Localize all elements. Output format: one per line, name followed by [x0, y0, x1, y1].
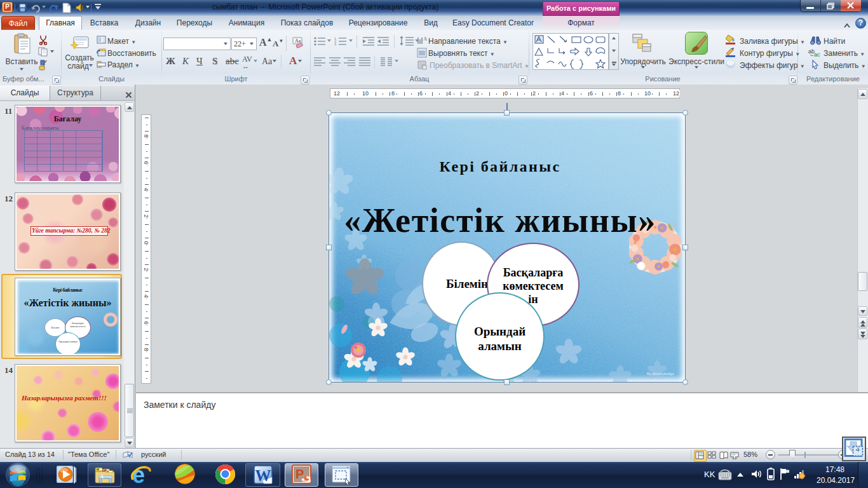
svg-text:Аа: Аа — [295, 38, 301, 44]
svg-text:3: 3 — [334, 43, 337, 46]
svg-text:W: W — [255, 467, 271, 484]
svg-text:ac: ac — [814, 51, 820, 57]
svg-text:А: А — [423, 36, 427, 42]
svg-text:By docer design: By docer design — [647, 372, 674, 376]
